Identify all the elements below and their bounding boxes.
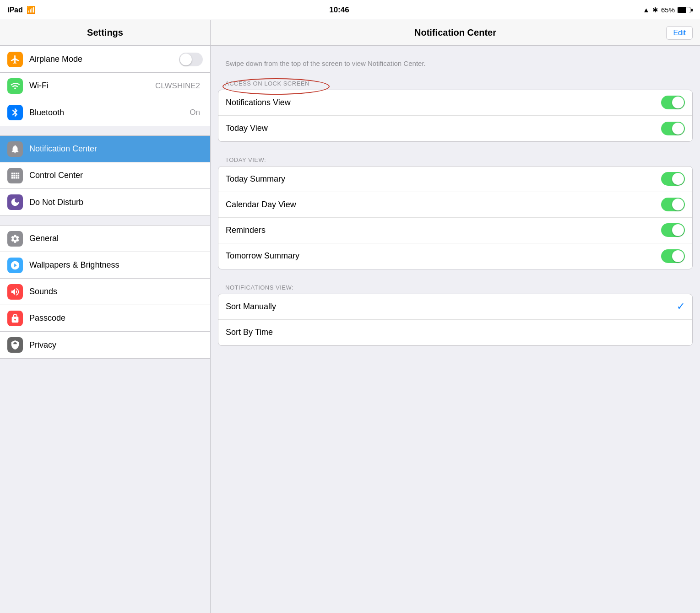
card-item-tomorrow-summary[interactable]: Tomorrow Summary	[218, 243, 692, 269]
control-center-icon	[7, 168, 23, 183]
settings-item-wallpapers[interactable]: Wallpapers & Brightness	[0, 252, 210, 279]
wifi-value: CLWSHINE2	[155, 81, 200, 91]
privacy-icon	[7, 337, 23, 353]
settings-group-misc: General Wallpapers & Brightness Sounds	[0, 225, 210, 359]
battery-body	[678, 7, 690, 13]
settings-list: Airplane Mode Wi-Fi CLWSHINE2 Bluetooth …	[0, 46, 210, 613]
settings-item-notification-center[interactable]: Notification Center	[0, 136, 210, 162]
card-item-sort-by-time[interactable]: Sort By Time	[218, 320, 692, 345]
card-item-today-summary[interactable]: Today Summary	[218, 167, 692, 192]
settings-item-bluetooth[interactable]: Bluetooth On	[0, 99, 210, 126]
today-summary-toggle[interactable]	[661, 172, 685, 186]
status-left: iPad 📶	[7, 5, 36, 14]
general-icon	[7, 231, 23, 247]
bluetooth-label: Bluetooth	[29, 108, 190, 118]
today-summary-label: Today Summary	[226, 174, 661, 184]
tomorrow-summary-toggle[interactable]	[661, 249, 685, 263]
today-view-card: Today Summary Calendar Day View Reminder…	[218, 166, 693, 269]
wifi-icon: 📶	[27, 5, 36, 14]
settings-group-connectivity: Airplane Mode Wi-Fi CLWSHINE2 Bluetooth …	[0, 46, 210, 126]
dnd-label: Do Not Disturb	[29, 198, 203, 207]
settings-item-privacy[interactable]: Privacy	[0, 332, 210, 358]
description-text: Swipe down from the top of the screen to…	[218, 53, 693, 75]
settings-item-airplane[interactable]: Airplane Mode	[0, 46, 210, 73]
calendar-day-view-toggle[interactable]	[661, 198, 685, 211]
tomorrow-summary-label: Tomorrow Summary	[226, 251, 661, 261]
right-content: Swipe down from the top of the screen to…	[211, 46, 700, 613]
status-time: 10:46	[329, 5, 349, 15]
sounds-label: Sounds	[29, 287, 203, 296]
card-item-sort-manually[interactable]: Sort Manually ✓	[218, 294, 692, 320]
card-item-today-view[interactable]: Today View	[218, 116, 692, 141]
settings-item-do-not-disturb[interactable]: Do Not Disturb	[0, 189, 210, 215]
status-bar: iPad 📶 10:46 ▲ ✱ 65%	[0, 0, 700, 20]
sort-by-time-label: Sort By Time	[226, 328, 685, 337]
today-view-label: Today View	[226, 124, 661, 133]
sounds-icon	[7, 284, 23, 300]
settings-group-system: Notification Center Control Center Do No…	[0, 135, 210, 216]
reminders-toggle[interactable]	[661, 223, 685, 237]
sort-manually-check: ✓	[677, 301, 685, 312]
right-header: Notification Center Edit	[211, 20, 700, 46]
control-center-label: Control Center	[29, 171, 203, 180]
battery-cap	[691, 9, 693, 11]
right-panel: Notification Center Edit Swipe down from…	[211, 20, 700, 613]
settings-item-passcode[interactable]: Passcode	[0, 305, 210, 332]
general-label: General	[29, 234, 203, 243]
passcode-label: Passcode	[29, 313, 203, 323]
wifi-label: Wi-Fi	[29, 81, 155, 91]
airplane-label: Airplane Mode	[29, 54, 179, 64]
calendar-day-view-label: Calendar Day View	[226, 200, 661, 210]
left-header: Settings	[0, 20, 210, 46]
notifications-view-card: Sort Manually ✓ Sort By Time	[218, 294, 693, 346]
left-panel: Settings Airplane Mode Wi-Fi CLWSHINE	[0, 20, 211, 613]
notifications-view-label: Notifications View	[226, 98, 661, 108]
status-right: ▲ ✱ 65%	[643, 6, 693, 14]
settings-title: Settings	[87, 27, 123, 38]
device-name: iPad	[7, 6, 23, 14]
battery-percentage: 65%	[661, 6, 675, 14]
today-view-section-header: TODAY VIEW:	[218, 151, 693, 166]
wallpaper-icon	[7, 258, 23, 273]
wifi-settings-icon	[7, 78, 23, 94]
location-icon: ▲	[643, 6, 650, 14]
wallpapers-label: Wallpapers & Brightness	[29, 260, 203, 270]
settings-item-sounds[interactable]: Sounds	[0, 279, 210, 305]
lock-screen-section-header: ACCESS ON LOCK SCREEN	[218, 75, 693, 90]
bluetooth-value: On	[190, 108, 200, 117]
spacer2	[0, 216, 210, 225]
notification-center-label: Notification Center	[29, 144, 203, 154]
airplane-toggle[interactable]	[179, 53, 203, 66]
card-item-reminders[interactable]: Reminders	[218, 218, 692, 243]
bluetooth-settings-icon	[7, 105, 23, 120]
privacy-label: Privacy	[29, 340, 203, 350]
passcode-icon	[7, 311, 23, 326]
notifications-view-toggle[interactable]	[661, 96, 685, 109]
notifications-view-section-header: NOTIFICATIONS VIEW:	[218, 279, 693, 294]
settings-item-control-center[interactable]: Control Center	[0, 162, 210, 189]
battery-fill	[678, 7, 686, 13]
today-view-toggle[interactable]	[661, 122, 685, 135]
main-content: Settings Airplane Mode Wi-Fi CLWSHINE	[0, 20, 700, 613]
airplane-icon	[7, 52, 23, 67]
dnd-icon	[7, 194, 23, 210]
settings-item-general[interactable]: General	[0, 226, 210, 252]
lock-screen-card: Notifications View Today View	[218, 90, 693, 142]
reminders-label: Reminders	[226, 226, 661, 235]
card-item-calendar-day-view[interactable]: Calendar Day View	[218, 192, 692, 218]
spacer1	[0, 126, 210, 135]
notification-center-title: Notification Center	[414, 27, 496, 38]
battery-icon	[678, 7, 693, 13]
sort-manually-label: Sort Manually	[226, 302, 677, 312]
notification-center-icon	[7, 141, 23, 157]
settings-item-wifi[interactable]: Wi-Fi CLWSHINE2	[0, 73, 210, 99]
edit-button[interactable]: Edit	[666, 26, 693, 40]
bluetooth-icon: ✱	[652, 6, 658, 14]
